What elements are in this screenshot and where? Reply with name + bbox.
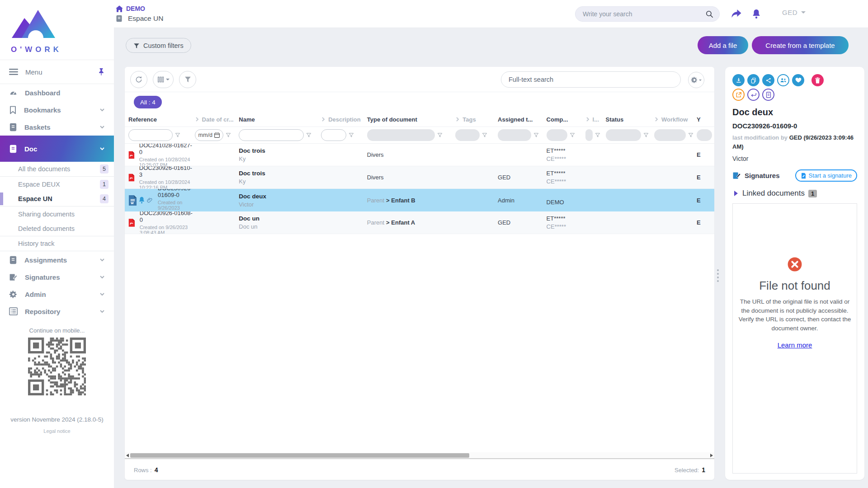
sidebar-item-repository[interactable]: Repository: [0, 303, 114, 320]
signature-doc-icon: [801, 173, 807, 179]
horizontal-scrollbar[interactable]: [125, 452, 714, 459]
scroll-right-arrow[interactable]: [710, 454, 713, 457]
sidebar-item-admin[interactable]: Admin: [0, 286, 114, 303]
hamburger-icon[interactable]: [9, 68, 18, 75]
document-type: Divers: [367, 174, 384, 181]
favorite-button[interactable]: [792, 74, 804, 86]
sidebar-item-bookmarks[interactable]: Bookmarks: [0, 101, 114, 118]
scroll-left-arrow[interactable]: [126, 454, 129, 457]
filter-icon[interactable]: [306, 132, 312, 138]
filter-status-select[interactable]: [606, 129, 641, 141]
all-count-badge[interactable]: All : 4: [134, 96, 162, 108]
sidebar-item-espace-un[interactable]: Espace UN 4: [0, 192, 114, 206]
open-external-button[interactable]: [732, 89, 745, 101]
filter-icon[interactable]: [643, 132, 649, 138]
breadcrumb-root[interactable]: DEMO: [116, 4, 163, 14]
document-type-child: > Enfant B: [386, 197, 415, 204]
column-header-workflow[interactable]: Workflow: [654, 116, 697, 123]
share-page-button[interactable]: [729, 6, 744, 22]
pin-icon[interactable]: [98, 68, 105, 76]
user-menu[interactable]: GED: [782, 9, 806, 16]
filter-name-input[interactable]: [239, 129, 304, 141]
filter-icon: [184, 75, 192, 83]
filter-icon[interactable]: [594, 132, 601, 138]
notifications-button[interactable]: [749, 6, 764, 22]
sidebar-item-history-track[interactable]: History track: [0, 236, 114, 251]
filter-icon[interactable]: [348, 132, 354, 138]
column-header-tags[interactable]: Tags: [455, 116, 498, 123]
sidebar-item-assignments[interactable]: Assignments: [0, 251, 114, 268]
filter-icon[interactable]: [437, 132, 443, 138]
filter-reference-input[interactable]: [128, 129, 173, 141]
filter-icon[interactable]: [225, 132, 231, 138]
signatures-section: Signatures Start a signature: [732, 169, 857, 182]
filter-icon[interactable]: [175, 132, 181, 138]
linked-documents-toggle[interactable]: Linked documents 1: [732, 189, 857, 198]
download-button[interactable]: [732, 74, 745, 86]
chevron-down-icon: [801, 11, 806, 14]
delete-button[interactable]: [811, 74, 824, 86]
filter-type-select[interactable]: [367, 129, 435, 141]
refresh-button[interactable]: [130, 71, 147, 88]
filter-date-input[interactable]: mm/d: [195, 129, 223, 141]
column-header-reference[interactable]: Reference: [128, 116, 195, 123]
pdf-file-icon: [128, 150, 135, 160]
filter-icon[interactable]: [688, 132, 694, 138]
scrollbar-thumb[interactable]: [130, 453, 469, 458]
table-row[interactable]: DOC230926-01608-0 Created on 9/26/2023 3…: [125, 211, 714, 234]
global-search-input[interactable]: [583, 10, 705, 18]
column-header-status[interactable]: Status: [606, 116, 655, 123]
filter-icon[interactable]: [481, 132, 488, 138]
sidebar-item-signatures[interactable]: Signatures: [0, 268, 114, 286]
breadcrumb-current[interactable]: Espace UN: [116, 14, 163, 23]
column-header-company[interactable]: Comp...: [547, 116, 585, 123]
column-header-assigned[interactable]: Assigned t...: [498, 116, 547, 123]
copy-button[interactable]: [747, 74, 760, 86]
table-row[interactable]: DOC230926-01610-3 Created on 10/28/2024 …: [125, 166, 714, 189]
document-properties-button[interactable]: [762, 89, 774, 101]
add-file-button[interactable]: Add a file: [698, 36, 748, 54]
columns-button[interactable]: [153, 71, 174, 88]
column-header-i[interactable]: I...: [585, 116, 606, 123]
custom-filters-button[interactable]: Custom filters: [126, 38, 191, 53]
search-icon[interactable]: [705, 10, 714, 19]
learn-more-link[interactable]: Learn more: [778, 341, 812, 349]
sidebar-item-baskets[interactable]: Baskets: [0, 118, 114, 136]
filter-tags-select[interactable]: [455, 129, 480, 141]
create-from-template-button[interactable]: Create from a template: [752, 36, 849, 54]
fulltext-search-input[interactable]: [509, 76, 673, 83]
assign-users-button[interactable]: [777, 74, 789, 86]
sidebar-item-all-documents[interactable]: All the documents 5: [0, 162, 114, 177]
sidebar-item-sharing-documents[interactable]: Sharing documents: [0, 206, 114, 221]
column-header-description[interactable]: Description: [321, 116, 367, 123]
table-settings-button[interactable]: [688, 72, 704, 88]
column-header-type[interactable]: Type of document: [367, 116, 455, 123]
filter-workflow-select[interactable]: [654, 129, 686, 141]
menu-header: Menu: [0, 60, 114, 84]
filter-button[interactable]: [179, 71, 196, 88]
sidebar-item-doc[interactable]: Doc: [0, 136, 114, 162]
filter-company-select[interactable]: [547, 129, 567, 141]
file-not-found-title: File not found: [759, 279, 830, 293]
sidebar-item-espace-deux[interactable]: Espace DEUX 1: [0, 177, 114, 192]
detail-panel: Doc deux DOC230926-01609-0 last modifica…: [725, 67, 864, 480]
filter-assigned-select[interactable]: [498, 129, 531, 141]
filter-i-select[interactable]: [585, 129, 593, 141]
table-row-selected[interactable]: DOC230926-01609-0 Created on 9/26/2023 3…: [125, 189, 714, 211]
reply-return-button[interactable]: [747, 89, 760, 101]
start-signature-button[interactable]: Start a signature: [795, 169, 857, 182]
filter-y-select[interactable]: [697, 129, 712, 141]
sidebar-item-dashboard[interactable]: Dashboard: [0, 84, 114, 101]
column-header-name[interactable]: Name: [239, 116, 321, 123]
table-row[interactable]: DOC241028-01627-0 Created on 10/28/2024 …: [125, 144, 714, 166]
document-created: Created on 9/26/2023 3:08:43 AM: [140, 225, 195, 234]
panel-resize-grip[interactable]: [717, 269, 719, 282]
share-button[interactable]: [762, 74, 774, 86]
filter-description-input[interactable]: [321, 129, 346, 141]
legal-notice-link[interactable]: Legal notice: [0, 428, 114, 434]
column-header-y[interactable]: Y: [697, 116, 714, 123]
filter-icon[interactable]: [569, 132, 576, 138]
filter-icon[interactable]: [533, 132, 539, 138]
column-header-date[interactable]: Date of cr...: [195, 116, 239, 123]
sidebar-item-deleted-documents[interactable]: Deleted documents: [0, 221, 114, 236]
